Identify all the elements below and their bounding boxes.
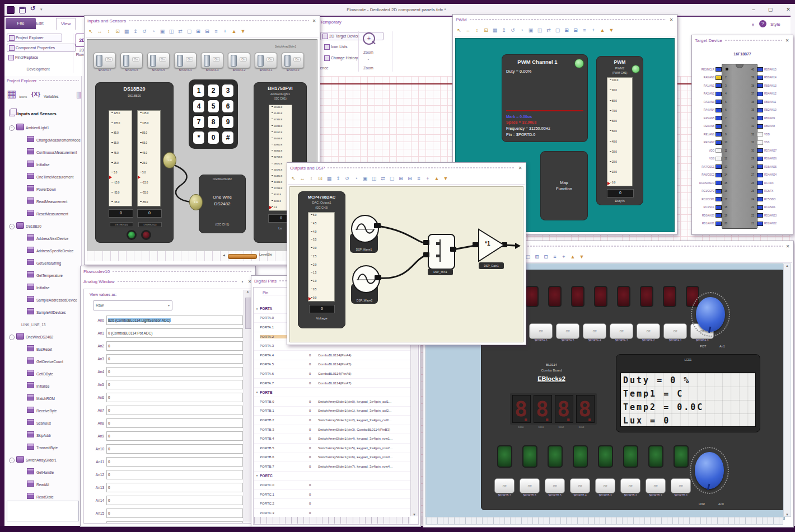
onewire-bus-node[interactable]: 1-W [163, 152, 176, 168]
chip-pin[interactable]: 25RC6/TX [750, 187, 791, 196]
variables-icon[interactable]: {X} [31, 91, 40, 97]
tree-item[interactable]: −LINK_LINE_13 [4, 319, 81, 331]
scroll-thumb[interactable] [228, 254, 257, 259]
analog-value-field[interactable]: 0 [106, 380, 243, 389]
toolbar-icon[interactable]: ↔ [96, 28, 103, 35]
digital-pin-row[interactable]: PORTA.60ComboBL0114(PinA6) [254, 369, 410, 379]
toolbar-icon[interactable]: ≡ [551, 253, 558, 260]
toolbar-icon[interactable]: ↥ [501, 27, 507, 34]
analog-value-field[interactable]: 0 [106, 418, 243, 428]
variables-label[interactable]: Variables [44, 95, 59, 98]
toolbar-icon[interactable]: ▼ [240, 28, 246, 35]
bottom-scroll-strip[interactable]: ◀ LevelShi [87, 251, 316, 261]
chip-pin[interactable]: RA1/AN13 [694, 82, 729, 90]
toolbar-icon[interactable]: ⊡ [483, 27, 489, 34]
chip-pin[interactable]: 40RB7/AN15 [750, 65, 791, 74]
toolbar-icon[interactable]: ↔ [465, 27, 471, 34]
toolbar-icon[interactable]: ↖ [456, 27, 462, 34]
toolbar-icon[interactable]: ⇄ [545, 27, 552, 34]
close-icon[interactable]: ✕ [311, 18, 317, 23]
toolbar-icon[interactable]: ⇄ [177, 28, 184, 35]
toolbar-icon[interactable]: ↥ [335, 175, 342, 182]
close-icon[interactable]: ✕ [517, 166, 523, 171]
icons-tab-label[interactable]: Icons [19, 95, 27, 98]
tree-item[interactable]: −SampleAllDevices [4, 307, 81, 319]
vertical-scrollbar[interactable]: ▲▼ [783, 263, 791, 517]
digital-pin-row[interactable]: ▾PORTB [254, 388, 410, 397]
analog-value-field[interactable]: 0 (ComboBL0114:Pot ADC) [106, 328, 243, 338]
analog-value-field[interactable]: 0 [106, 393, 243, 402]
port-button[interactable]: Off$PORTB.0 [671, 478, 691, 493]
chip-pin[interactable]: 22RD3/AN23 [750, 211, 791, 220]
tab-view[interactable]: View [56, 18, 76, 30]
tree-item[interactable]: −AddressNextDevice [4, 233, 81, 245]
chip-pin[interactable]: RD0/AN2019 [694, 211, 729, 220]
chip-pin[interactable]: RC1/CCP216 [694, 187, 729, 196]
analog-value-field[interactable]: 0 [106, 406, 243, 415]
ribbon-item-find-replace[interactable]: Find/Replace [7, 54, 57, 61]
tree-item[interactable]: −GetTemperature [4, 270, 81, 282]
toolbar-icon[interactable]: ▣ [159, 28, 166, 35]
digital-pin-row[interactable]: PORTB.30SwitchArraySlider1(pin3), ComboB… [254, 425, 410, 435]
toolbar-icon[interactable]: ⊟ [572, 27, 579, 34]
close-button[interactable]: ✕ [783, 5, 794, 14]
ribbon-zoom-minus[interactable]: - [359, 57, 377, 61]
analog-value-field[interactable]: 0 [106, 521, 243, 524]
digital-pin-row[interactable]: PORTC.10 [254, 490, 410, 500]
toolbar-icon[interactable]: ▢ [389, 175, 395, 182]
digital-pin-row[interactable]: PORTC.00 [254, 481, 410, 490]
toolbar-icon[interactable]: ⊞ [534, 253, 540, 260]
tree-item[interactable]: −PowerDown [4, 183, 81, 196]
port-button[interactable]: Off$PORTB.7 [494, 478, 515, 493]
toolbar-icon[interactable]: ▼ [442, 175, 449, 182]
toolbar-icon[interactable]: ▲ [433, 175, 440, 182]
tree-item[interactable]: −SampleAddressedDevice [4, 294, 81, 307]
chip-pin[interactable]: RE1/AN69 [694, 130, 729, 139]
toolbar-icon[interactable]: ▦ [492, 27, 498, 34]
chip-pin[interactable]: 34RB1/AN9 [750, 114, 791, 123]
chip-pin[interactable]: RD1/AN2120 [694, 220, 729, 228]
view-values-dropdown[interactable]: ▾Raw [93, 300, 172, 310]
tree-item[interactable]: −ContinuousMeasurement [4, 147, 81, 159]
toolbar-icon[interactable]: ▲ [599, 27, 606, 34]
tree-item[interactable]: −ReadAll [4, 479, 81, 491]
tree-item[interactable]: −Initialise [4, 282, 81, 294]
expander-icon[interactable]: − [9, 125, 15, 131]
toolbar-icon[interactable]: ▣ [527, 27, 534, 34]
tree-item[interactable]: −MatchROM [4, 393, 81, 405]
chip-pin[interactable]: RE0/AN58 [694, 123, 729, 131]
toolbar-icon[interactable]: ▢ [186, 28, 193, 35]
analog-value-field[interactable]: 0 [106, 354, 243, 364]
window-titlebar[interactable]: Flowcodev10 [81, 266, 255, 276]
tree-item[interactable]: −TransmitByte [4, 442, 81, 454]
icons-tab-icon[interactable]: ▦ [7, 88, 16, 100]
tree-item[interactable]: −ResetMeasurement [4, 208, 81, 220]
tree-item[interactable]: −OneWireDS2482 [4, 331, 81, 343]
tab-edit[interactable]: Edit [31, 18, 48, 29]
vertical-scrollbar[interactable]: ▲ [244, 290, 251, 522]
horizontal-ruler[interactable] [254, 517, 410, 524]
onewire-bus-node[interactable]: 1-W [189, 194, 203, 210]
group-arrow-icon[interactable]: ▾ [254, 307, 260, 310]
chip-pin[interactable]: RC0/SOSCO15 [694, 179, 729, 187]
digital-pin-row[interactable]: PORTB.00SwitchArraySlider1(pin0), keypad… [254, 397, 410, 407]
window-titlebar[interactable]: Inputs and Sensors✕ [85, 16, 320, 26]
digital-pin-row[interactable]: PORTA.40ComboBL0114(PinA4) [254, 351, 410, 360]
analog-value-field[interactable]: 0 [106, 496, 243, 505]
tree-item[interactable]: −OneTimeMeasurement [4, 171, 81, 183]
tree-item[interactable]: −ReadMeasurement [4, 196, 81, 208]
window-titlebar[interactable]: Target Device✕ [692, 35, 793, 45]
tree-root[interactable]: Inputs and Sensors [9, 110, 57, 116]
digital-pin-row[interactable]: PORTB.50SwitchArraySlider1(pin5), keypad… [254, 444, 410, 453]
port-button[interactable]: Off$PORTA.4 [583, 323, 606, 339]
port-button[interactable]: Off$PORTA.5 [556, 323, 579, 339]
toolbar-icon[interactable]: ◔ [518, 27, 525, 34]
chip-pin[interactable]: 38RB5/AN13 [750, 82, 791, 90]
toolbar-icon[interactable]: ▲ [231, 28, 237, 35]
slider-pointer-icon[interactable] [607, 182, 610, 185]
expander-icon[interactable]: − [9, 335, 15, 340]
toolbar-icon[interactable]: ◫ [536, 27, 543, 34]
scroll-up-icon[interactable]: ▲ [784, 264, 791, 267]
analog-value-field[interactable]: 0 [106, 470, 243, 479]
toolbar-icon[interactable]: ↺ [509, 27, 516, 34]
